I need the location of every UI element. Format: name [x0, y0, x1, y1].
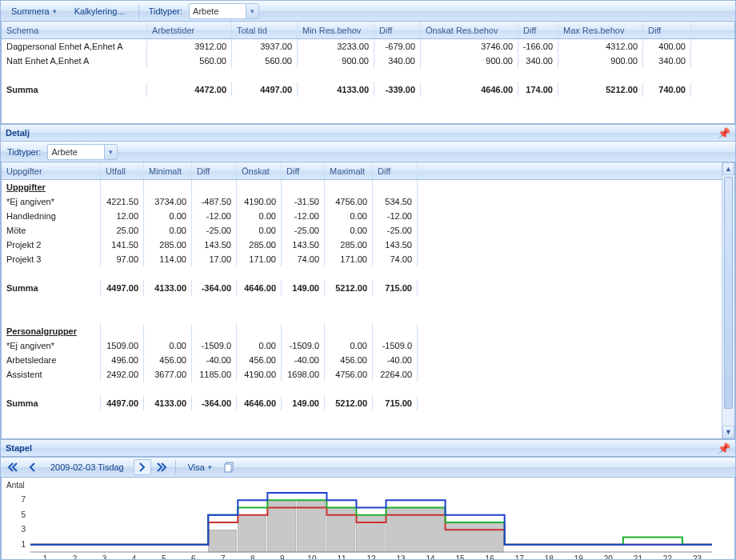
stapel-title-text: Stapel	[6, 443, 32, 453]
col-minres[interactable]: Min Res.behov	[298, 22, 374, 38]
col-diff[interactable]: Diff	[192, 162, 237, 179]
cell: 560.00	[147, 54, 232, 68]
col-onskat[interactable]: Önskat	[237, 162, 282, 179]
detail-tidtyper-select[interactable]: ▾	[47, 144, 118, 160]
cell: 143.50	[373, 238, 418, 252]
svg-rect-1	[225, 464, 231, 472]
top-toolbar: Summera ▾ Kalkylering... Tidtyper: ▾	[1, 1, 735, 22]
cell: Summa	[2, 82, 147, 97]
table-row[interactable]: Handledning12.000.00-12.000.00-12.000.00…	[2, 209, 734, 223]
col-diff[interactable]: Diff	[282, 162, 325, 179]
pin-icon[interactable]: 📌	[718, 127, 730, 139]
table-row[interactable]: Projekt 2141.50285.00143.50285.00143.502…	[2, 238, 734, 252]
cell: 149.00	[282, 396, 325, 410]
copy-button[interactable]	[221, 459, 238, 475]
detail-tidtyper-input[interactable]	[48, 147, 104, 157]
col-arbetstider[interactable]: Arbetstider	[147, 22, 232, 38]
visa-button[interactable]: Visa ▾	[181, 459, 219, 475]
col-maximalt[interactable]: Maximalt	[325, 162, 373, 179]
cell: 4497.00	[101, 281, 144, 295]
cell: 1185.00	[192, 367, 237, 382]
tidtyper-select[interactable]: ▾	[189, 3, 259, 19]
cell: -40.00	[373, 353, 418, 367]
table-row[interactable]: Projekt 397.00114.0017.00171.0074.00171.…	[2, 252, 734, 266]
col-diff[interactable]: Diff	[373, 162, 418, 179]
detail-tidtyper-label: Tidtyper:	[4, 147, 44, 157]
table-row[interactable]: Natt Enhet A,Enhet A560.00560.00900.0034…	[2, 54, 734, 68]
svg-text:7: 7	[221, 554, 226, 560]
col-utfall[interactable]: Utfall	[101, 162, 144, 179]
table-row[interactable]: Summa4472.004497.004133.00-339.004646.00…	[2, 82, 734, 97]
cell	[237, 180, 282, 194]
tidtyper-input[interactable]	[190, 6, 246, 16]
svg-text:23: 23	[693, 554, 702, 560]
scroll-up-icon[interactable]: ▲	[722, 162, 734, 175]
scrollbar-thumb[interactable]	[724, 177, 733, 409]
cell: 0.00	[144, 209, 192, 223]
cell: 25.00	[101, 223, 144, 238]
summary-grid: Schema Arbetstider Total tid Min Res.beh…	[1, 22, 735, 124]
cell: 3233.00	[298, 39, 374, 54]
col-minimalt[interactable]: Minimalt	[144, 162, 192, 179]
prev-button[interactable]	[23, 459, 41, 475]
table-row[interactable]: Summa4497.004133.00-364.004646.00149.005…	[2, 281, 734, 295]
table-row[interactable]: Assistent2492.003677.001185.004190.00169…	[2, 367, 734, 382]
date-label: 2009-02-03 Tisdag	[42, 462, 132, 472]
cell: -679.00	[374, 39, 421, 54]
cell: 534.50	[373, 194, 418, 209]
svg-text:14: 14	[426, 554, 436, 560]
next-button[interactable]	[134, 459, 151, 475]
visa-label: Visa	[188, 462, 205, 472]
cell: 4312.00	[558, 39, 643, 54]
cell: 3937.00	[232, 39, 298, 54]
col-diff2[interactable]: Diff	[518, 22, 558, 38]
detail-grid-header: Uppgifter Utfall Minimalt Diff Önskat Di…	[2, 162, 734, 180]
cell	[325, 324, 373, 338]
summera-button[interactable]: Summera ▾	[4, 3, 64, 19]
svg-text:20: 20	[604, 554, 614, 560]
last-button[interactable]	[153, 459, 170, 475]
col-totaltid[interactable]: Total tid	[232, 22, 298, 38]
kalkylering-button[interactable]: Kalkylering...	[67, 3, 132, 19]
cell: -1509.0	[282, 338, 325, 353]
copy-icon	[224, 462, 235, 473]
col-onskat[interactable]: Önskat Res.behov	[421, 22, 518, 38]
col-diff3[interactable]: Diff	[643, 22, 691, 38]
cell: 456.00	[325, 353, 373, 367]
table-row[interactable]: *Ej angiven*4221.503734.00-487.504190.00…	[2, 194, 734, 209]
pin-icon[interactable]: 📌	[718, 442, 730, 454]
svg-text:7: 7	[21, 495, 26, 504]
cell: 0.00	[325, 223, 373, 238]
col-maxres[interactable]: Max Res.behov	[558, 22, 643, 38]
table-row[interactable]: Arbetsledare496.00456.00-40.00456.00-40.…	[2, 353, 734, 367]
table-row[interactable]: Summa4497.004133.00-364.004646.00149.005…	[2, 396, 734, 410]
col-uppgifter[interactable]: Uppgifter	[2, 162, 101, 179]
cell: -40.00	[282, 353, 325, 367]
svg-text:1: 1	[21, 540, 26, 549]
vertical-scrollbar[interactable]: ▲ ▼	[722, 162, 734, 438]
cell: *Ej angiven*	[2, 194, 101, 209]
cell	[237, 324, 282, 338]
table-row[interactable]: Uppgifter	[2, 180, 734, 194]
svg-text:19: 19	[574, 554, 584, 560]
svg-rect-14	[446, 522, 474, 552]
table-row[interactable]: *Ej angiven*1509.000.00-1509.00.00-1509.…	[2, 338, 734, 353]
cell	[192, 180, 237, 194]
first-button[interactable]	[4, 459, 22, 475]
cell: -1509.0	[373, 338, 418, 353]
table-row[interactable]: Personalgrupper	[2, 324, 734, 338]
cell: 740.00	[643, 82, 691, 97]
dropdown-arrow-icon[interactable]: ▾	[104, 145, 117, 159]
table-row[interactable]: Möte25.000.00-25.000.00-25.000.00-25.00	[2, 223, 734, 238]
table-row[interactable]: Dagpersonal Enhet A,Enhet A3912.003937.0…	[2, 39, 734, 54]
separator	[175, 460, 176, 474]
cell: 0.00	[237, 209, 282, 223]
col-schema[interactable]: Schema	[2, 22, 147, 38]
cell: 74.00	[373, 252, 418, 266]
cell: Personalgrupper	[2, 324, 101, 338]
cell: 0.00	[237, 223, 282, 238]
scroll-down-icon[interactable]: ▼	[722, 426, 734, 438]
col-diff1[interactable]: Diff	[374, 22, 421, 38]
dropdown-arrow-icon[interactable]: ▾	[246, 4, 258, 18]
cell: 4756.00	[325, 367, 373, 382]
